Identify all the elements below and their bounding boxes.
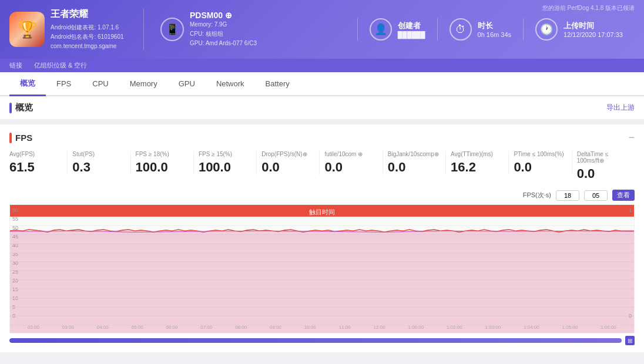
device-text: PDSM00 ⊕ Memory: 7.9G CPU: 核组组 GPU: Amd … bbox=[190, 11, 257, 48]
fps-section: FPS − Avg(FPS) 61.5 Stut(PS) 0.3 FPS ≥ 1… bbox=[0, 124, 644, 352]
fps-stat-label-4: Drop(FPS)/s(N)⊕ bbox=[261, 151, 314, 157]
chart-control-label: FPS(次·s) bbox=[523, 191, 551, 200]
fps-stat-value-0: 61.5 bbox=[9, 160, 62, 175]
fps-collapse-btn[interactable]: − bbox=[628, 132, 635, 144]
creator-text: 创建者 ██████ bbox=[398, 21, 425, 38]
fps-stat-label-2: FPS ≥ 18(%) bbox=[136, 151, 189, 157]
fps-stats-row: Avg(FPS) 61.5 Stut(PS) 0.3 FPS ≥ 18(%) 1… bbox=[9, 151, 635, 181]
device-detail: Memory: 7.9G CPU: 核组组 GPU: Amd Ards-077 … bbox=[190, 20, 257, 48]
device-icon: 📱 bbox=[160, 18, 184, 41]
device-name: PDSM00 ⊕ bbox=[190, 11, 257, 20]
fps-stat-value-8: 0.0 bbox=[514, 160, 566, 175]
fps-stat-value-5: 0.0 bbox=[324, 160, 377, 175]
sub-link-2[interactable]: 亿组织位级 & 空行 bbox=[34, 61, 87, 70]
duration-label: 时长 bbox=[478, 21, 511, 31]
header-divider-1 bbox=[143, 9, 144, 50]
fps-stat-label-0: Avg(FPS) bbox=[9, 151, 62, 157]
tab-cpu[interactable]: CPU bbox=[82, 73, 119, 96]
fps-stat-value-6: 0.0 bbox=[388, 160, 441, 175]
tab-bar: 概览 FPS CPU Memory GPU Network Battery bbox=[0, 72, 644, 96]
tab-battery[interactable]: Battery bbox=[255, 73, 300, 96]
fps-chart-svg bbox=[10, 217, 634, 333]
fps-stat-8: PTime ≤ 100ms(%) 0.0 bbox=[509, 151, 572, 175]
fps-stat-label-6: BigJank/10scomp⊕ bbox=[388, 151, 441, 157]
stat-item-upload: 🕐 上传时间 12/12/2020 17:07:33 bbox=[523, 18, 635, 41]
chart-x-axis: 02:00 03:00 04:00 05:00 06:00 07:00 08:0… bbox=[28, 321, 616, 333]
fps-stat-label-7: Avg(TTime)(ms) bbox=[451, 151, 504, 157]
fps-label-bar: 触目时间 bbox=[10, 205, 634, 217]
app-icon: 🏆 bbox=[9, 12, 45, 47]
stat-item-creator: 👤 创建者 ██████ bbox=[357, 18, 437, 41]
tab-gpu[interactable]: GPU bbox=[168, 73, 206, 96]
tab-memory[interactable]: Memory bbox=[119, 73, 168, 96]
fps-section-title: FPS bbox=[9, 133, 32, 143]
fps-stat-7: Avg(TTime)(ms) 16.2 bbox=[446, 151, 509, 175]
fps-stat-0: Avg(FPS) 61.5 bbox=[9, 151, 68, 175]
fps-stat-4: Drop(FPS)/s(N)⊕ 0.0 bbox=[257, 151, 320, 175]
upload-icon: 🕐 bbox=[535, 18, 558, 41]
fps-stat-value-4: 0.0 bbox=[261, 160, 314, 175]
duration-icon: ⏱ bbox=[450, 18, 472, 41]
fps-stat-value-2: 100.0 bbox=[136, 160, 189, 175]
fps-stat-label-1: Stut(PS) bbox=[72, 151, 125, 157]
sub-header: 链接 亿组织位级 & 空行 bbox=[0, 59, 644, 72]
fps-stat-label-9: DeltaTime ≤ 100ms/ft⊕ bbox=[577, 151, 630, 164]
app-name: 王者荣耀 bbox=[51, 8, 124, 21]
fps-stat-value-7: 16.2 bbox=[451, 160, 504, 175]
stat-item-duration: ⏱ 时长 0h 16m 34s bbox=[437, 18, 523, 41]
fps-stat-2: FPS ≥ 18(%) 100.0 bbox=[131, 151, 194, 175]
top-notice: 您的游前 PerfDog 4.1.8 版本已领请 bbox=[542, 4, 635, 12]
stat-items: 👤 创建者 ██████ ⏱ 时长 0h 16m 34s 🕐 上传时间 12/1… bbox=[278, 18, 635, 41]
timeline-end-btn[interactable]: ⊞ bbox=[625, 336, 635, 345]
upload-label: 上传时间 bbox=[564, 21, 623, 31]
creator-icon: 👤 bbox=[370, 18, 392, 41]
app-detail: Android创建表视: 1.07.1.6 Android包名表号: 61019… bbox=[51, 23, 124, 51]
upload-text: 上传时间 12/12/2020 17:07:33 bbox=[564, 21, 623, 38]
chart-input-1[interactable] bbox=[556, 190, 579, 201]
chart-y-labels-right: 1 0 bbox=[616, 205, 634, 321]
chart-controls: FPS(次·s) 查看 bbox=[9, 190, 635, 201]
fps-stat-label-8: PTime ≤ 100ms(%) bbox=[514, 151, 566, 157]
fps-stat-5: futile/10com ⊕ 0.0 bbox=[320, 151, 383, 175]
fps-stat-1: Stut(PS) 0.3 bbox=[68, 151, 130, 175]
overview-title: 概览 bbox=[9, 102, 33, 113]
fps-stat-label-3: FPS ≥ 15(%) bbox=[199, 151, 251, 157]
overview-export[interactable]: 导出上游 bbox=[606, 103, 635, 113]
creator-value: ██████ bbox=[398, 31, 425, 38]
fps-stat-value-3: 100.0 bbox=[199, 160, 251, 175]
creator-label: 创建者 bbox=[398, 21, 425, 31]
app-info: 🏆 王者荣耀 Android创建表视: 1.07.1.6 Android包名表号… bbox=[9, 8, 127, 51]
sub-link-1[interactable]: 链接 bbox=[9, 61, 22, 70]
fps-section-header: FPS − bbox=[9, 132, 635, 144]
fps-stat-9: DeltaTime ≤ 100ms/ft⊕ 0.0 bbox=[572, 151, 635, 181]
fps-stat-value-1: 0.3 bbox=[72, 160, 125, 175]
tab-network[interactable]: Network bbox=[206, 73, 255, 96]
fps-stat-label-5: futile/10com ⊕ bbox=[324, 151, 377, 157]
fps-stat-6: BigJank/10scomp⊕ 0.0 bbox=[383, 151, 446, 175]
fps-stat-3: FPS ≥ 15(%) 100.0 bbox=[194, 151, 257, 175]
device-info: 📱 PDSM00 ⊕ Memory: 7.9G CPU: 核组组 GPU: Am… bbox=[160, 11, 266, 48]
overview-bar: 概览 导出上游 bbox=[0, 96, 644, 120]
upload-value: 12/12/2020 17:07:33 bbox=[564, 31, 623, 38]
duration-text: 时长 0h 16m 34s bbox=[478, 21, 511, 38]
timeline-track[interactable] bbox=[9, 338, 622, 343]
fps-stat-value-9: 0.0 bbox=[577, 166, 630, 181]
app-text: 王者荣耀 Android创建表视: 1.07.1.6 Android包名表号: … bbox=[51, 8, 124, 51]
timeline-fill bbox=[9, 338, 622, 343]
timeline-container: ⊞ bbox=[9, 336, 635, 345]
chart-input-2[interactable] bbox=[584, 190, 608, 201]
chart-view-btn[interactable]: 查看 bbox=[612, 190, 635, 201]
tab-fps[interactable]: FPS bbox=[46, 73, 82, 96]
tab-overview[interactable]: 概览 bbox=[9, 72, 46, 96]
fps-chart: 触目时间 60 55 50 45 40 35 30 25 20 15 10 5 … bbox=[9, 204, 635, 333]
duration-value: 0h 16m 34s bbox=[478, 31, 511, 38]
